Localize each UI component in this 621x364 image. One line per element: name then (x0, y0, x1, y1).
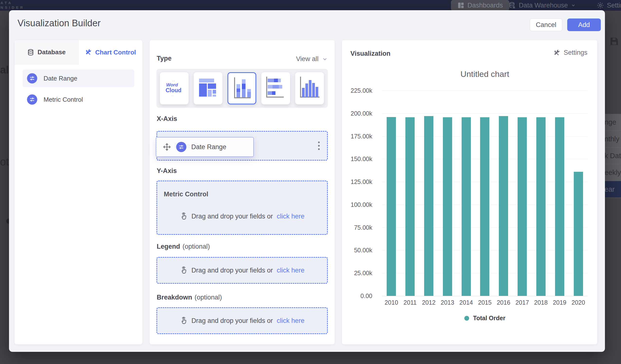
bar-column (551, 90, 569, 296)
fields-tabbar: Database Chart Control (15, 40, 142, 65)
y-tick-label: 150.00k (351, 156, 372, 163)
bar-column (569, 90, 588, 296)
legend-dot (464, 316, 469, 321)
x-axis-dropzone[interactable]: Date Range Date Range (156, 131, 328, 161)
legend-heading: Legend(optional) (157, 243, 210, 250)
bar-column (513, 90, 532, 296)
y-axis-dropzone[interactable]: Metric Control Drag and drop your fields… (156, 181, 328, 235)
sliders-icon (178, 144, 184, 150)
chart-type-treemap[interactable] (194, 72, 223, 104)
fields-panel: Database Chart Control Date Range (15, 40, 142, 344)
cancel-button[interactable]: Cancel (530, 18, 562, 31)
stacked-bar-thumbnail (261, 72, 289, 103)
svg-text:Cloud: Cloud (165, 87, 181, 93)
sliders-icon (29, 75, 35, 82)
stacked-column-thumbnail (228, 73, 256, 104)
svg-text:Word: Word (166, 82, 178, 87)
visualization-panel: Visualization Settings Untitled chart 22… (342, 40, 597, 344)
modal-title: Visualization Builder (17, 18, 101, 29)
add-button[interactable]: Add (567, 18, 601, 31)
chart-type-stacked-column[interactable] (227, 72, 256, 104)
x-tick-label: 2015 (475, 299, 494, 306)
breakdown-dropzone[interactable]: Drag and drop your fields or click here (156, 307, 328, 334)
bar-2018 (536, 117, 546, 296)
y-axis-heading: Y-Axis (157, 167, 177, 175)
legend-series-name: Total Order (473, 315, 505, 322)
chart-legend: Total Order (382, 315, 588, 322)
kebab-menu-icon[interactable] (317, 140, 321, 152)
drop-placeholder-text: Drag and drop your fields or (191, 267, 273, 274)
settings-label: Settings (564, 49, 587, 56)
click-here-link[interactable]: click here (277, 267, 304, 274)
field-item-label: Date Range (44, 75, 77, 82)
bar-column (532, 90, 550, 296)
chart-type-column[interactable] (295, 72, 324, 104)
tab-chart-control[interactable]: Chart Control (79, 40, 142, 65)
column-thumbnail (295, 72, 322, 103)
builder-panel: Type View all · · Word Cloud · · (150, 40, 335, 344)
bar-column (419, 90, 438, 296)
view-all-dropdown[interactable]: View all (296, 55, 328, 63)
gridline (382, 296, 588, 296)
bar-2011 (405, 117, 415, 296)
sliders-icon (29, 96, 35, 103)
drop-placeholder: Drag and drop your fields or click here (157, 317, 327, 325)
x-tick-label: 2012 (419, 299, 438, 306)
bar-column (382, 90, 400, 296)
bar-column (475, 90, 494, 296)
bar-2015 (480, 117, 489, 296)
click-here-link[interactable]: click here (277, 213, 304, 220)
y-tick-label: 175.00k (351, 133, 372, 140)
click-here-link[interactable]: click here (277, 317, 304, 325)
control-icon (27, 94, 37, 105)
y-tick-label: 0.00 (360, 293, 372, 299)
tools-icon (553, 49, 560, 56)
chevron-down-icon (322, 56, 328, 62)
x-tick-label: 2013 (438, 299, 457, 306)
drop-placeholder-text: Drag and drop your fields or (191, 213, 273, 220)
chart-y-axis-labels: 225.00k200.00k175.00k150.00k125.00k100.0… (342, 90, 377, 296)
hand-click-icon (180, 266, 188, 274)
bar-2017 (518, 117, 527, 296)
x-tick-label: 2018 (532, 299, 550, 306)
x-tick-label: 2020 (569, 299, 588, 306)
bar-2016 (499, 116, 508, 296)
bar-column (457, 90, 475, 296)
bar-column (401, 90, 419, 296)
chart-type-row: · · Word Cloud · · (156, 69, 328, 108)
chart-type-stacked-bar[interactable] (261, 72, 290, 104)
x-tick-label: 2019 (551, 299, 569, 306)
drop-placeholder-text: Drag and drop your fields or (191, 317, 273, 325)
breakdown-heading: Breakdown(optional) (157, 294, 222, 301)
hand-click-icon (180, 317, 188, 325)
view-all-label: View all (296, 55, 319, 63)
bar-2020 (574, 172, 583, 296)
chart-plot-area (382, 90, 588, 296)
legend-dropzone[interactable]: Drag and drop your fields or click here (156, 257, 328, 284)
bar-column (494, 90, 513, 296)
treemap-thumbnail (194, 72, 221, 103)
bar-2019 (555, 117, 564, 296)
tab-database[interactable]: Database (15, 40, 79, 65)
drop-placeholder: Drag and drop your fields or click here (157, 266, 327, 274)
chart-title: Untitled chart (382, 69, 588, 79)
type-heading: Type (157, 55, 172, 62)
x-tick-label: 2014 (457, 299, 475, 306)
chart-x-axis-labels: 2010201120122013201420152016201720182019… (382, 299, 588, 306)
word-cloud-thumbnail: · · Word Cloud · · (160, 72, 187, 103)
control-icon (176, 142, 186, 152)
chart-type-word-cloud[interactable]: · · Word Cloud · · (160, 72, 189, 104)
chart-bars (382, 90, 588, 296)
tab-chart-control-label: Chart Control (95, 49, 136, 56)
bar-2014 (462, 117, 471, 296)
y-tick-label: 25.00k (354, 270, 372, 277)
x-tick-label: 2010 (382, 299, 400, 306)
field-item-date-range[interactable]: Date Range (23, 69, 134, 87)
hand-click-icon (180, 212, 188, 220)
tab-database-label: Database (37, 48, 66, 56)
field-item-metric-control[interactable]: Metric Control (23, 91, 134, 108)
dragged-field-date-range[interactable]: Date Range (156, 137, 254, 157)
settings-button[interactable]: Settings (553, 49, 587, 56)
x-tick-label: 2011 (401, 299, 419, 306)
y-tick-label: 50.00k (354, 247, 372, 254)
